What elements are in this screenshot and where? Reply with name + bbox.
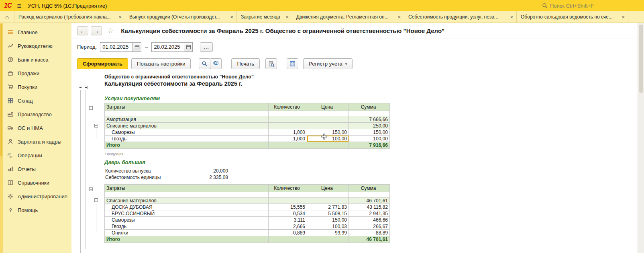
total-cell[interactable]: 46 701,61 [349, 236, 390, 243]
sidebar-item-otchety[interactable]: Отчеты [0, 162, 71, 176]
report-cell[interactable]: 100,03 [307, 223, 349, 230]
period-more-button[interactable]: ... [200, 42, 213, 52]
report-cell[interactable]: Саморезы [105, 217, 269, 223]
report-cell[interactable]: -0,889 [269, 230, 307, 236]
report-cell[interactable] [307, 123, 349, 129]
sidebar-item-os-i-nma[interactable]: ОС и НМА [0, 121, 71, 135]
sidebar-item-pokupki[interactable]: Покупки [0, 80, 71, 94]
report-cell[interactable] [269, 116, 307, 123]
tab-sebestoimost[interactable]: Себестоимость продукции, услуг, неза... … [404, 11, 517, 23]
sidebar-scroll-thumb[interactable] [0, 24, 2, 156]
sidebar-item-bank-i-kassa[interactable]: Банк и касса [0, 53, 71, 66]
report-cell[interactable]: 43 115,82 [349, 204, 390, 210]
main-menu-icon[interactable]: ≡ [17, 2, 21, 10]
report-cell[interactable]: Списание материалов [105, 123, 269, 129]
report-cell[interactable] [307, 116, 349, 123]
calendar-button[interactable] [133, 42, 141, 52]
report-cell[interactable]: 46 701,61 [349, 197, 390, 204]
section-title-dver[interactable]: Дверь большая [104, 159, 145, 165]
close-icon[interactable]: × [230, 14, 233, 20]
sidebar-item-prodazhi[interactable]: Продажи [0, 66, 71, 80]
forward-button[interactable]: → [91, 26, 102, 35]
report-cell[interactable]: 250,00 [349, 123, 390, 129]
total-cell[interactable]: 7 916,66 [349, 142, 390, 149]
show-settings-button[interactable]: Показать настройки [131, 58, 191, 69]
close-icon[interactable]: × [118, 14, 122, 20]
report-cell[interactable]: 7 666,66 [349, 116, 390, 123]
save-button[interactable] [287, 58, 298, 69]
scrollbar-thumb[interactable] [639, 25, 643, 93]
report-cell[interactable]: 3,111 [269, 217, 307, 223]
report-cell[interactable]: 5 508,15 [307, 210, 349, 217]
total-cell[interactable]: Итого [105, 236, 269, 243]
close-icon[interactable]: × [285, 14, 289, 20]
report-cell[interactable]: 100,00 [349, 136, 390, 142]
close-icon[interactable]: × [510, 14, 513, 20]
tree-expand-box[interactable] [89, 106, 93, 110]
favorite-star-icon[interactable]: ☆ [108, 27, 114, 35]
tree-expand-box[interactable] [84, 86, 88, 89]
find-refresh-button[interactable] [210, 58, 222, 69]
sidebar-item-administrirovanie[interactable]: Администрирование [0, 189, 71, 203]
report-cell[interactable]: 1,000 [269, 129, 307, 136]
print-button[interactable]: Печать [231, 58, 260, 69]
section-title-uslugi[interactable]: Услуги покупателям [104, 95, 160, 101]
vertical-scrollbar[interactable] [638, 23, 644, 253]
report-cell[interactable]: Амортизация [105, 116, 269, 123]
back-button[interactable]: ← [77, 26, 88, 35]
close-icon[interactable]: × [622, 14, 625, 20]
sidebar-scrollbar[interactable] [0, 23, 3, 253]
report-cell[interactable]: 150,00 [307, 129, 349, 136]
report-cell[interactable]: 150,00 [307, 217, 349, 223]
tree-expand-box[interactable] [94, 198, 98, 202]
tree-expand-box[interactable] [94, 124, 98, 128]
report-cell[interactable] [307, 197, 349, 204]
total-cell[interactable] [307, 142, 349, 149]
tree-expand-box[interactable] [89, 187, 93, 191]
total-cell[interactable] [307, 236, 349, 243]
report-cell[interactable] [269, 197, 307, 204]
report-cell[interactable]: 2 771,83 [307, 204, 349, 210]
report-cell[interactable]: 266,67 [349, 223, 390, 230]
report-cell[interactable] [269, 123, 307, 129]
home-tab[interactable]: ⌂ [0, 11, 14, 23]
sidebar-item-rukovoditelyu[interactable]: Руководителю [0, 39, 71, 53]
sidebar-item-sklad[interactable]: Склад [0, 94, 71, 107]
close-icon[interactable]: × [397, 14, 401, 20]
report-cell[interactable]: 1,000 [269, 136, 307, 142]
report-cell[interactable]: 15,555 [269, 204, 307, 210]
report-cell[interactable]: Списание материалов [105, 197, 269, 204]
report-cell[interactable]: 466,66 [349, 217, 390, 223]
sidebar-item-proizvodstvo[interactable]: Производство [0, 107, 71, 121]
tab-vypusk-produkcii[interactable]: Выпуск продукции (Отчеты производст... × [125, 11, 237, 23]
info-value[interactable]: 20,000 [213, 168, 228, 174]
sidebar-item-pomosch[interactable]: ? Помощь [0, 203, 71, 217]
tab-dvizheniya-dokumenta[interactable]: Движения документа: Регламентная оп... × [292, 11, 404, 23]
sidebar-item-spravochniki[interactable]: Справочники [0, 176, 71, 189]
report-cell[interactable]: 2 941,35 [349, 210, 390, 217]
tab-raskhod-materialov[interactable]: Расход материалов (Требования-накла... × [14, 11, 125, 23]
report-cell-selected[interactable]: 100,00 [307, 136, 349, 142]
tab-osv[interactable]: Оборотно-сальдовая ведомость по сче... × [517, 11, 628, 23]
register-dropdown-button[interactable]: Регистр учета ▾ [303, 58, 353, 69]
period-from-input[interactable] [100, 42, 133, 52]
total-cell[interactable] [269, 142, 307, 149]
report-cell[interactable]: 99,99 [307, 230, 349, 236]
global-search[interactable]: Поиск Ctrl+Shift+F [542, 0, 594, 11]
generate-button[interactable]: Сформировать [77, 58, 128, 69]
report-cell[interactable]: 150,00 [349, 129, 390, 136]
total-cell[interactable] [269, 236, 307, 243]
report-cell[interactable]: Саморезы [105, 129, 269, 136]
report-cell[interactable]: БРУС ОСИНОВЫЙ [105, 210, 269, 217]
report-cell[interactable]: 2,666 [269, 223, 307, 230]
tab-zakrytie-mesyaca[interactable]: Закрытие месяца × [237, 11, 292, 23]
sidebar-item-zarplata-i-kadry[interactable]: Зарплата и кадры [0, 135, 71, 148]
total-cell[interactable]: Итого [105, 142, 269, 149]
sidebar-item-glavnoe[interactable]: Главное [0, 25, 71, 39]
report-cell[interactable]: Гвоздь [105, 136, 269, 142]
info-value[interactable]: 2 335,08 [209, 175, 228, 180]
report-cell[interactable]: -88,89 [349, 230, 390, 236]
report-cell[interactable]: 0,534 [269, 210, 307, 217]
sidebar-item-operacii[interactable]: ДтКт Операции [0, 148, 71, 162]
find-button[interactable] [199, 58, 210, 69]
